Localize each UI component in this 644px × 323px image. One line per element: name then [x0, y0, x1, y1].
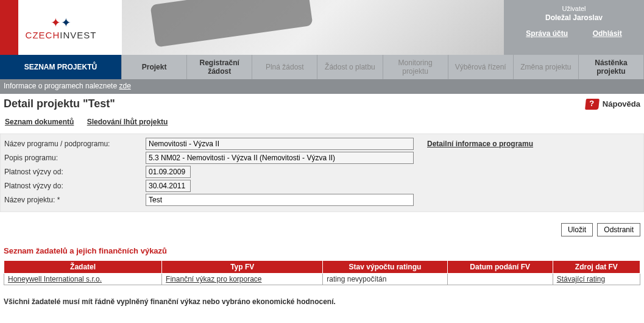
nav-label: SEZNAM PROJEKTŮ: [24, 63, 97, 71]
delete-button[interactable]: Odstranit: [597, 223, 640, 236]
infobar-link[interactable]: zde: [119, 82, 130, 90]
nav-registration[interactable]: Registrační žádost: [187, 55, 252, 79]
cell-zadatel-link[interactable]: Honeywell International s.r.o.: [8, 275, 102, 283]
logout-link[interactable]: Odhlásit: [593, 29, 622, 38]
cell-stav: rating nevypočítán: [327, 275, 386, 283]
header: ✦✦ CZECHINVEST Uživatel Doležal Jaroslav…: [0, 0, 644, 55]
nav-label: Monitoring projektu: [387, 59, 444, 76]
page-title: Detail projektu "Test": [4, 98, 586, 110]
nav-label: Projekt: [142, 63, 167, 71]
nav-change[interactable]: Změna projektu: [514, 55, 579, 79]
nav-monitoring[interactable]: Monitoring projektu: [383, 55, 448, 79]
nav-label: Změna projektu: [520, 63, 571, 71]
logo-text: ✦✦ CZECHINVEST: [26, 15, 97, 40]
program-name-field: [146, 138, 414, 150]
infobar-text: Informace o programech naleznete: [4, 82, 119, 90]
logo-star-icon: ✦: [51, 16, 61, 29]
program-desc-label: Popis programu:: [4, 154, 146, 162]
tab-deadlines[interactable]: Sledování lhůt projektu: [87, 118, 168, 126]
th-typ[interactable]: Typ FV: [162, 261, 323, 274]
table-row: Honeywell International s.r.o. Finanční …: [4, 274, 640, 285]
logo-accent: [0, 0, 18, 55]
applicants-table: Žadatel Typ FV Stav výpočtu ratingu Datu…: [4, 260, 640, 285]
valid-from-label: Platnost výzvy od:: [4, 168, 146, 176]
titlebar: Detail projektu "Test" Nápověda: [0, 94, 644, 116]
nav-selection[interactable]: Výběrová řízení: [448, 55, 514, 79]
nav-project-list[interactable]: SEZNAM PROJEKTŮ: [0, 55, 122, 79]
user-name: Doležal Jaroslav: [514, 13, 634, 22]
navbar: SEZNAM PROJEKTŮ Projekt Registrační žádo…: [0, 55, 644, 79]
nav-payment-request[interactable]: Žádost o platbu: [317, 55, 383, 79]
project-name-input[interactable]: [146, 194, 414, 206]
section-title: Seznam žadatelů a jejich finančních výka…: [0, 244, 644, 260]
infobar: Informace o programech naleznete zde: [0, 79, 644, 94]
valid-to-label: Platnost výzvy do:: [4, 182, 146, 190]
nav-full-request[interactable]: Plná žádost: [252, 55, 317, 79]
tab-doc-list[interactable]: Seznam dokumentů: [5, 118, 74, 126]
note: Všichni žadatelé musí mít řádně vyplněný…: [0, 294, 644, 310]
program-desc-field: [146, 152, 414, 164]
cell-zdroj-link[interactable]: Stávající rating: [557, 275, 605, 283]
help-icon: [585, 99, 600, 110]
save-button[interactable]: Uložit: [561, 223, 593, 236]
account-link[interactable]: Správa účtu: [526, 29, 568, 38]
button-row: Uložit Odstranit: [0, 212, 644, 244]
user-box: Uživatel Doležal Jaroslav Správa účtu Od…: [504, 0, 644, 55]
nav-label: Nástěnka projektu: [582, 59, 640, 76]
valid-to-field: [146, 180, 191, 192]
project-name-label: Název projektu: *: [4, 196, 146, 204]
logo[interactable]: ✦✦ CZECHINVEST: [0, 0, 122, 55]
nav-project[interactable]: Projekt: [122, 55, 187, 79]
nav-label: Plná žádost: [266, 63, 304, 71]
nav-label: Žádost o platbu: [325, 63, 375, 71]
help-link[interactable]: Nápověda: [586, 99, 640, 110]
th-zdroj[interactable]: Zdroj dat FV: [553, 261, 640, 274]
program-detail-link[interactable]: Detailní informace o programu: [427, 140, 533, 148]
th-datum[interactable]: Datum podání FV: [447, 261, 553, 274]
cell-typ-link[interactable]: Finanční výkaz pro korporace: [166, 275, 261, 283]
help-label: Nápověda: [603, 99, 640, 108]
th-stav[interactable]: Stav výpočtu ratingu: [323, 261, 447, 274]
user-label: Uživatel: [514, 5, 634, 12]
form-area: Název programu / podprogramu: Detailní i…: [0, 133, 644, 212]
nav-label: Výběrová řízení: [455, 63, 506, 71]
header-image: [122, 0, 504, 55]
th-zadatel[interactable]: Žadatel: [4, 261, 162, 274]
logo-brand2: INVEST: [60, 30, 96, 40]
valid-from-field: [146, 166, 191, 178]
program-name-label: Název programu / podprogramu:: [4, 140, 146, 148]
logo-brand1: CZECH: [26, 30, 60, 40]
nav-board[interactable]: Nástěnka projektu: [579, 55, 644, 79]
logo-star2-icon: ✦: [61, 16, 71, 29]
nav-label: Registrační žádost: [191, 59, 248, 76]
tab-links: Seznam dokumentů Sledování lhůt projektu: [0, 116, 644, 133]
